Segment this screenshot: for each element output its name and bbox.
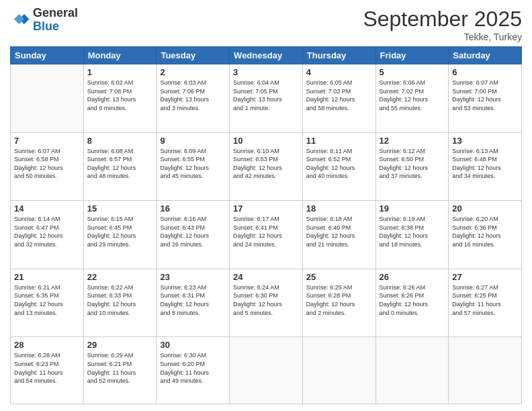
calendar-cell: 8Sunrise: 6:08 AM Sunset: 6:57 PM Daylig… bbox=[83, 132, 157, 201]
day-number: 14 bbox=[14, 203, 80, 214]
calendar-cell: 23Sunrise: 6:23 AM Sunset: 6:31 PM Dayli… bbox=[157, 269, 230, 337]
week-row-4: 21Sunrise: 6:21 AM Sunset: 6:35 PM Dayli… bbox=[11, 269, 522, 337]
day-number: 8 bbox=[87, 136, 153, 146]
day-info: Sunrise: 6:12 AM Sunset: 6:50 PM Dayligh… bbox=[380, 147, 445, 181]
day-number: 7 bbox=[14, 136, 80, 146]
day-info: Sunrise: 6:03 AM Sunset: 7:06 PM Dayligh… bbox=[160, 79, 226, 112]
calendar-cell: 14Sunrise: 6:14 AM Sunset: 6:47 PM Dayli… bbox=[11, 201, 84, 269]
calendar-cell: 15Sunrise: 6:15 AM Sunset: 6:45 PM Dayli… bbox=[83, 201, 157, 269]
day-header-friday: Friday bbox=[375, 47, 449, 64]
week-row-3: 14Sunrise: 6:14 AM Sunset: 6:47 PM Dayli… bbox=[11, 201, 522, 269]
day-header-thursday: Thursday bbox=[302, 47, 375, 64]
location-subtitle: Tekke, Turkey bbox=[363, 32, 522, 42]
day-info: Sunrise: 6:10 AM Sunset: 6:53 PM Dayligh… bbox=[233, 147, 299, 181]
week-row-5: 28Sunrise: 6:28 AM Sunset: 6:23 PM Dayli… bbox=[11, 337, 522, 404]
calendar-cell: 4Sunrise: 6:05 AM Sunset: 7:03 PM Daylig… bbox=[302, 64, 375, 133]
calendar-cell: 25Sunrise: 6:25 AM Sunset: 6:28 PM Dayli… bbox=[302, 269, 375, 337]
day-number: 18 bbox=[306, 203, 372, 214]
calendar-cell: 21Sunrise: 6:21 AM Sunset: 6:35 PM Dayli… bbox=[11, 269, 84, 337]
day-number: 17 bbox=[233, 203, 299, 214]
day-number: 16 bbox=[160, 203, 226, 214]
day-number: 23 bbox=[160, 272, 226, 282]
day-info: Sunrise: 6:22 AM Sunset: 6:33 PM Dayligh… bbox=[87, 283, 153, 317]
day-info: Sunrise: 6:26 AM Sunset: 6:26 PM Dayligh… bbox=[380, 283, 445, 317]
day-number: 15 bbox=[87, 203, 153, 214]
week-row-1: 1Sunrise: 6:02 AM Sunset: 7:08 PM Daylig… bbox=[11, 64, 522, 133]
day-info: Sunrise: 6:14 AM Sunset: 6:47 PM Dayligh… bbox=[14, 215, 80, 248]
calendar-cell: 11Sunrise: 6:11 AM Sunset: 6:52 PM Dayli… bbox=[302, 132, 375, 201]
day-number: 3 bbox=[233, 67, 299, 77]
day-number: 22 bbox=[87, 272, 153, 282]
day-info: Sunrise: 6:17 AM Sunset: 6:41 PM Dayligh… bbox=[233, 215, 299, 248]
calendar-cell bbox=[302, 337, 375, 404]
day-info: Sunrise: 6:07 AM Sunset: 6:58 PM Dayligh… bbox=[14, 147, 80, 181]
calendar-cell: 12Sunrise: 6:12 AM Sunset: 6:50 PM Dayli… bbox=[375, 132, 449, 201]
day-info: Sunrise: 6:06 AM Sunset: 7:02 PM Dayligh… bbox=[380, 79, 445, 112]
calendar-cell: 28Sunrise: 6:28 AM Sunset: 6:23 PM Dayli… bbox=[11, 337, 84, 404]
calendar-cell: 13Sunrise: 6:13 AM Sunset: 6:48 PM Dayli… bbox=[449, 132, 522, 201]
week-row-2: 7Sunrise: 6:07 AM Sunset: 6:58 PM Daylig… bbox=[11, 132, 522, 201]
calendar-cell bbox=[11, 64, 84, 133]
calendar-cell: 20Sunrise: 6:20 AM Sunset: 6:36 PM Dayli… bbox=[449, 201, 522, 269]
day-info: Sunrise: 6:11 AM Sunset: 6:52 PM Dayligh… bbox=[306, 147, 372, 181]
day-number: 6 bbox=[452, 67, 518, 77]
calendar-cell: 5Sunrise: 6:06 AM Sunset: 7:02 PM Daylig… bbox=[375, 64, 449, 133]
day-info: Sunrise: 6:23 AM Sunset: 6:31 PM Dayligh… bbox=[160, 283, 226, 317]
calendar-cell: 2Sunrise: 6:03 AM Sunset: 7:06 PM Daylig… bbox=[157, 64, 230, 133]
day-info: Sunrise: 6:28 AM Sunset: 6:23 PM Dayligh… bbox=[14, 351, 80, 385]
day-number: 12 bbox=[380, 136, 445, 146]
title-area: September 2025 Tekke, Turkey bbox=[363, 7, 522, 42]
day-info: Sunrise: 6:29 AM Sunset: 6:21 PM Dayligh… bbox=[87, 351, 153, 385]
day-info: Sunrise: 6:25 AM Sunset: 6:28 PM Dayligh… bbox=[306, 283, 372, 317]
day-header-wednesday: Wednesday bbox=[230, 47, 303, 64]
calendar-cell: 18Sunrise: 6:18 AM Sunset: 6:40 PM Dayli… bbox=[302, 201, 375, 269]
day-header-tuesday: Tuesday bbox=[157, 47, 230, 64]
day-number: 30 bbox=[160, 340, 226, 350]
day-info: Sunrise: 6:02 AM Sunset: 7:08 PM Dayligh… bbox=[87, 79, 153, 112]
day-info: Sunrise: 6:04 AM Sunset: 7:05 PM Dayligh… bbox=[233, 79, 299, 112]
day-info: Sunrise: 6:20 AM Sunset: 6:36 PM Dayligh… bbox=[452, 215, 518, 248]
month-title: September 2025 bbox=[363, 7, 522, 32]
day-header-saturday: Saturday bbox=[449, 47, 522, 64]
day-info: Sunrise: 6:19 AM Sunset: 6:38 PM Dayligh… bbox=[380, 215, 445, 248]
day-info: Sunrise: 6:16 AM Sunset: 6:43 PM Dayligh… bbox=[160, 215, 226, 248]
day-number: 21 bbox=[14, 272, 80, 282]
day-number: 9 bbox=[160, 136, 226, 146]
calendar-cell: 7Sunrise: 6:07 AM Sunset: 6:58 PM Daylig… bbox=[11, 132, 84, 201]
day-info: Sunrise: 6:15 AM Sunset: 6:45 PM Dayligh… bbox=[87, 215, 153, 248]
calendar-cell: 6Sunrise: 6:07 AM Sunset: 7:00 PM Daylig… bbox=[449, 64, 522, 133]
day-number: 25 bbox=[306, 272, 372, 282]
header: General Blue September 2025 Tekke, Turke… bbox=[10, 7, 522, 42]
day-info: Sunrise: 6:21 AM Sunset: 6:35 PM Dayligh… bbox=[14, 283, 80, 317]
day-info: Sunrise: 6:24 AM Sunset: 6:30 PM Dayligh… bbox=[233, 283, 299, 317]
logo-blue-text: Blue bbox=[33, 20, 78, 34]
logo: General Blue bbox=[10, 7, 78, 34]
day-number: 27 bbox=[452, 272, 518, 282]
day-info: Sunrise: 6:09 AM Sunset: 6:55 PM Dayligh… bbox=[160, 147, 226, 181]
day-info: Sunrise: 6:30 AM Sunset: 6:20 PM Dayligh… bbox=[160, 351, 226, 385]
calendar-cell: 1Sunrise: 6:02 AM Sunset: 7:08 PM Daylig… bbox=[83, 64, 157, 133]
day-number: 29 bbox=[87, 340, 153, 350]
calendar-table: SundayMondayTuesdayWednesdayThursdayFrid… bbox=[10, 46, 522, 404]
calendar-cell: 17Sunrise: 6:17 AM Sunset: 6:41 PM Dayli… bbox=[230, 201, 303, 269]
day-number: 13 bbox=[452, 136, 518, 146]
calendar-cell: 9Sunrise: 6:09 AM Sunset: 6:55 PM Daylig… bbox=[157, 132, 230, 201]
day-number: 11 bbox=[306, 136, 372, 146]
day-number: 19 bbox=[380, 203, 445, 214]
day-number: 24 bbox=[233, 272, 299, 282]
calendar-cell: 30Sunrise: 6:30 AM Sunset: 6:20 PM Dayli… bbox=[157, 337, 230, 404]
calendar-cell: 3Sunrise: 6:04 AM Sunset: 7:05 PM Daylig… bbox=[230, 64, 303, 133]
calendar-cell bbox=[230, 337, 303, 404]
day-number: 28 bbox=[14, 340, 80, 350]
day-number: 10 bbox=[233, 136, 299, 146]
logo-general-text: General bbox=[33, 7, 78, 20]
day-info: Sunrise: 6:27 AM Sunset: 6:25 PM Dayligh… bbox=[452, 283, 518, 317]
calendar-cell: 16Sunrise: 6:16 AM Sunset: 6:43 PM Dayli… bbox=[157, 201, 230, 269]
day-number: 20 bbox=[452, 203, 518, 214]
day-number: 5 bbox=[380, 67, 445, 77]
day-number: 2 bbox=[160, 67, 226, 77]
day-number: 4 bbox=[306, 67, 372, 77]
day-number: 1 bbox=[87, 67, 153, 77]
calendar-cell: 24Sunrise: 6:24 AM Sunset: 6:30 PM Dayli… bbox=[230, 269, 303, 337]
day-header-sunday: Sunday bbox=[11, 47, 84, 64]
